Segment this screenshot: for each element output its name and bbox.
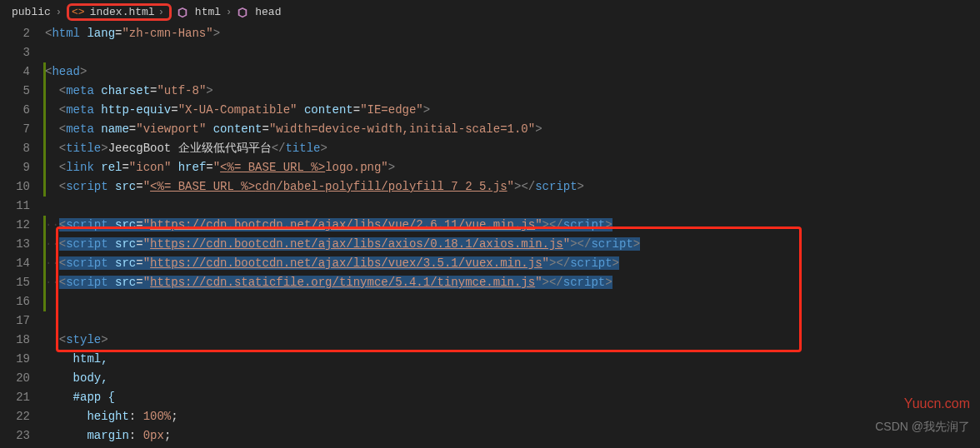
breadcrumb: public › <> index.html › html › head: [0, 0, 980, 24]
code-line: ··<script src="https://cdn.staticfile.or…: [45, 273, 980, 292]
line-number: 6: [0, 101, 30, 120]
line-number: 14: [0, 254, 30, 273]
code-editor[interactable]: 234567891011121314151617181920212223 <ht…: [0, 24, 980, 446]
code-line: <style>: [45, 331, 980, 350]
line-number: 2: [0, 24, 30, 43]
cube-icon: [177, 7, 188, 18]
code-line: html,: [45, 350, 980, 369]
code-line: ··<script src="https://cdn.bootcdn.net/a…: [45, 235, 980, 254]
cube-icon: [237, 7, 248, 18]
line-number: 18: [0, 331, 30, 350]
line-number: 13: [0, 235, 30, 254]
code-line: <link rel="icon" href="<%= BASE_URL %>lo…: [45, 158, 980, 177]
line-gutter: 234567891011121314151617181920212223: [0, 24, 45, 446]
breadcrumb-item[interactable]: public: [12, 6, 51, 18]
code-line: <meta charset="utf-8">: [45, 82, 980, 101]
code-line: #app {: [45, 388, 980, 407]
code-line: <title>JeecgBoot 企业级低代码平台</title>: [45, 139, 980, 158]
watermark: CSDN @我先润了: [875, 420, 970, 435]
code-area[interactable]: <html lang="zh-cmn-Hans"><head> <meta ch…: [45, 24, 980, 446]
code-line: <script src="<%= BASE_URL %>cdn/babel-po…: [45, 177, 980, 197]
line-number: 22: [0, 407, 30, 426]
line-number: 3: [0, 43, 30, 62]
line-number: 8: [0, 139, 30, 158]
line-number: 10: [0, 177, 30, 197]
line-number: 12: [0, 216, 30, 235]
code-line: [45, 311, 980, 331]
line-number: 20: [0, 369, 30, 388]
code-line: [45, 197, 980, 216]
breadcrumb-item[interactable]: index.html: [90, 6, 155, 18]
code-line: ··<script src="https://cdn.bootcdn.net/a…: [45, 216, 980, 235]
breadcrumb-item[interactable]: head: [255, 6, 281, 18]
code-line: <html lang="zh-cmn-Hans">: [45, 24, 980, 43]
code-line: [45, 292, 980, 311]
code-line: body,: [45, 369, 980, 388]
line-number: 11: [0, 197, 30, 216]
code-line: <head>: [45, 62, 980, 82]
code-line: ··<script src="https://cdn.bootcdn.net/a…: [45, 254, 980, 273]
code-line: <meta http-equiv="X-UA-Compatible" conte…: [45, 101, 980, 120]
line-number: 9: [0, 158, 30, 177]
line-number: 21: [0, 388, 30, 407]
chevron-right-icon: ›: [56, 7, 62, 18]
breadcrumb-item[interactable]: html: [195, 6, 221, 18]
chevron-right-icon: ›: [226, 7, 232, 18]
breadcrumb-highlight: <> index.html ›: [67, 3, 172, 21]
code-line: height: 100%;: [45, 407, 980, 426]
chevron-right-icon: ›: [158, 7, 164, 18]
code-line: margin: 0px;: [45, 426, 980, 446]
watermark: Yuucn.com: [904, 396, 970, 411]
line-number: 4: [0, 62, 30, 82]
line-number: 23: [0, 426, 30, 446]
line-number: 16: [0, 292, 30, 311]
code-line: [45, 43, 980, 62]
line-number: 15: [0, 273, 30, 292]
code-line: <meta name="viewport" content="width=dev…: [45, 120, 980, 139]
line-number: 5: [0, 82, 30, 101]
line-number: 19: [0, 350, 30, 369]
html-file-icon: <>: [72, 6, 85, 18]
line-number: 17: [0, 311, 30, 331]
line-number: 7: [0, 120, 30, 139]
